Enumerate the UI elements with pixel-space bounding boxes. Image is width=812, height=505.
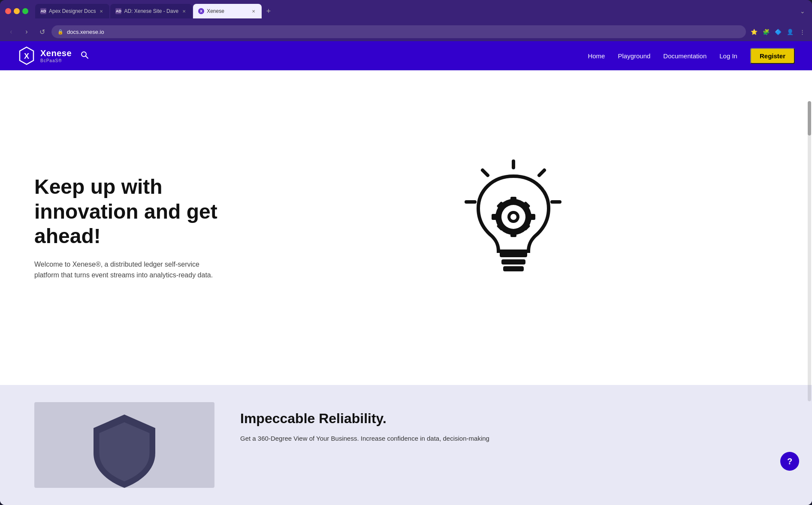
address-bar: ‹ › ↺ 🔒 docs.xenese.io ⭐ 🧩 🔷 👤 ⋮ xyxy=(0,22,812,41)
svg-line-5 xyxy=(539,170,544,175)
tab-close-2[interactable]: ✕ xyxy=(181,8,187,14)
browser-tab-2[interactable]: AD AD: Xenese Site - Dave ✕ xyxy=(110,4,192,18)
logo-title: Xenese xyxy=(40,48,72,58)
title-bar: AD Apex Designer Docs ✕ AD AD: Xenese Si… xyxy=(0,0,812,22)
tabs-row: AD Apex Designer Docs ✕ AD AD: Xenese Si… xyxy=(35,4,807,18)
site-logo[interactable]: X Xenese BcPaaS® xyxy=(17,46,72,65)
help-icon: ? xyxy=(787,457,792,466)
search-icon[interactable] xyxy=(80,51,89,61)
tab-label-1: Apex Designer Docs xyxy=(49,8,96,14)
help-button[interactable]: ? xyxy=(780,452,799,471)
tab-close-3[interactable]: ✕ xyxy=(251,8,257,14)
svg-rect-17 xyxy=(510,230,516,237)
browser-tab-3[interactable]: X Xenese ✕ xyxy=(193,4,262,18)
browser-tab-1[interactable]: AD Apex Designer Docs ✕ xyxy=(35,4,109,18)
nav-documentation[interactable]: Documentation xyxy=(663,52,706,60)
logo-text: Xenese BcPaaS® xyxy=(40,48,72,63)
svg-rect-10 xyxy=(501,259,525,265)
svg-rect-18 xyxy=(492,214,498,220)
browser-window: AD Apex Designer Docs ✕ AD AD: Xenese Si… xyxy=(0,0,812,505)
tab-expand-button[interactable]: ⌄ xyxy=(798,6,807,16)
bookmark-icon[interactable]: ⭐ xyxy=(749,27,759,36)
hero-section: Keep up with innovation and get ahead! W… xyxy=(0,70,812,385)
hero-title: Keep up with innovation and get ahead! xyxy=(34,174,249,249)
svg-text:X: X xyxy=(24,52,29,60)
shield-icon xyxy=(82,411,167,488)
svg-rect-11 xyxy=(503,266,524,271)
site-content: X Xenese BcPaaS® Home Playground Documen… xyxy=(0,41,812,505)
scrollbar-thumb[interactable] xyxy=(808,101,811,135)
lock-icon: 🔒 xyxy=(57,29,63,35)
feature-text: Impeccable Reliability. Get a 360-Degree… xyxy=(240,402,778,444)
svg-line-3 xyxy=(86,56,88,58)
close-traffic-light[interactable] xyxy=(5,8,11,14)
nav-login[interactable]: Log In xyxy=(719,52,737,60)
address-text: docs.xenese.io xyxy=(67,29,104,35)
tab-label-3: Xenese xyxy=(207,8,248,14)
hero-description: Welcome to Xenese®, a distributed ledger… xyxy=(34,259,214,281)
feature-image xyxy=(34,402,214,488)
extension-icon-2[interactable]: 🔷 xyxy=(773,27,783,36)
maximize-traffic-light[interactable] xyxy=(22,8,28,14)
address-input-container[interactable]: 🔒 docs.xenese.io xyxy=(51,25,746,38)
feature-description: Get a 360-Degree View of Your Business. … xyxy=(240,433,778,444)
tab-favicon-2: AD xyxy=(115,8,121,14)
browser-action-icons: ⭐ 🧩 🔷 👤 ⋮ xyxy=(749,27,807,36)
svg-line-8 xyxy=(483,170,488,175)
hero-text: Keep up with innovation and get ahead! W… xyxy=(34,174,249,281)
traffic-lights xyxy=(5,8,28,14)
nav-home[interactable]: Home xyxy=(588,52,605,60)
tab-favicon-1: AD xyxy=(40,8,46,14)
tab-favicon-3: X xyxy=(198,8,204,14)
logo-icon: X xyxy=(17,46,36,65)
back-button[interactable]: ‹ xyxy=(5,26,17,38)
extension-icon[interactable]: 🧩 xyxy=(761,27,771,36)
nav-playground[interactable]: Playground xyxy=(618,52,650,60)
register-button[interactable]: Register xyxy=(750,48,795,64)
svg-rect-9 xyxy=(500,251,527,257)
svg-rect-16 xyxy=(510,197,516,204)
tab-close-1[interactable]: ✕ xyxy=(98,8,104,14)
hero-bulb-icon xyxy=(453,159,574,296)
profile-icon[interactable]: 👤 xyxy=(785,27,795,36)
scrollbar[interactable] xyxy=(808,101,811,401)
svg-rect-19 xyxy=(528,214,535,220)
new-tab-button[interactable]: + xyxy=(263,5,275,17)
nav-links: Home Playground Documentation Log In Reg… xyxy=(588,48,795,64)
feature-title: Impeccable Reliability. xyxy=(240,411,778,427)
menu-icon[interactable]: ⋮ xyxy=(797,27,807,36)
site-navbar: X Xenese BcPaaS® Home Playground Documen… xyxy=(0,41,812,70)
forward-button[interactable]: › xyxy=(21,26,33,38)
hero-illustration xyxy=(249,159,778,296)
svg-point-15 xyxy=(510,214,516,220)
reload-button[interactable]: ↺ xyxy=(36,26,48,38)
tab-label-2: AD: Xenese Site - Dave xyxy=(124,8,178,14)
feature-section: Impeccable Reliability. Get a 360-Degree… xyxy=(0,385,812,505)
minimize-traffic-light[interactable] xyxy=(14,8,20,14)
logo-subtitle: BcPaaS® xyxy=(40,58,72,63)
